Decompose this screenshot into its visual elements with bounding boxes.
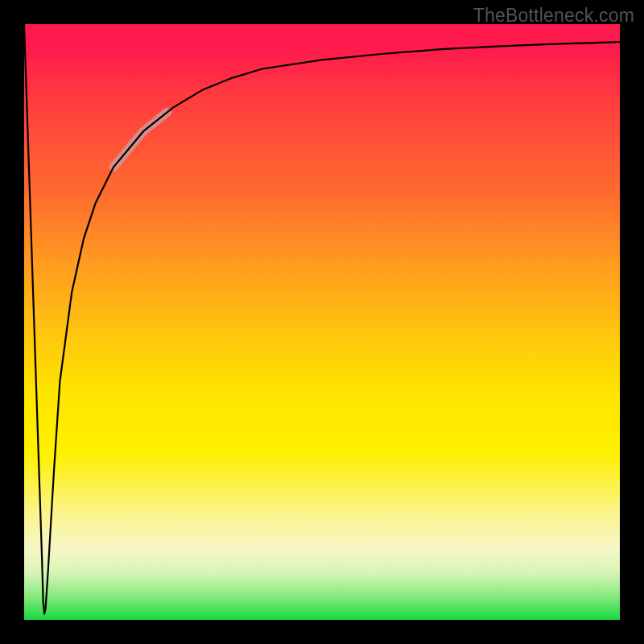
- curve-svg: [24, 24, 620, 620]
- curve-highlight-segment: [114, 113, 167, 167]
- plot-area: [24, 24, 620, 620]
- bottleneck-curve: [24, 24, 620, 614]
- watermark-text: TheBottleneck.com: [473, 5, 634, 27]
- chart-frame: TheBottleneck.com: [0, 0, 644, 644]
